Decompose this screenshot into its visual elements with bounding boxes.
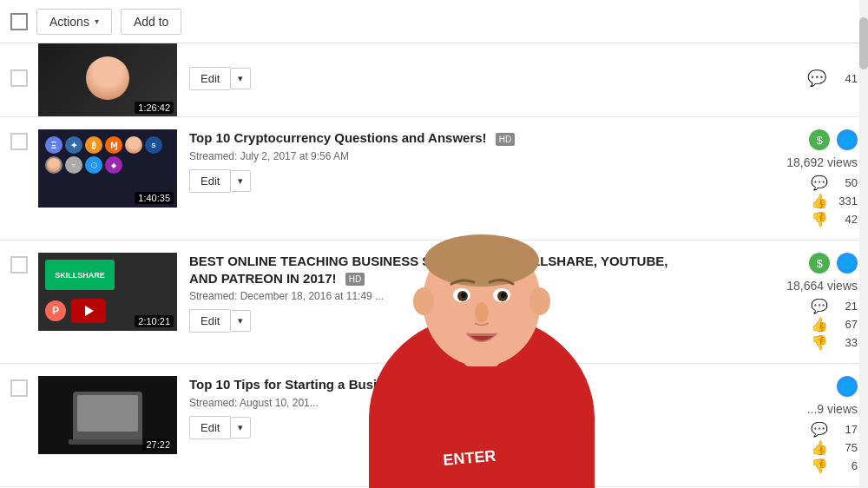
comment-icon: 💬 — [811, 421, 828, 438]
edit-dropdown-button[interactable]: ▾ — [230, 170, 251, 192]
extra2-icon: ◆ — [105, 156, 122, 174]
engagement-row: 💬 17 — [684, 421, 858, 438]
views-count: ...9 views — [807, 402, 858, 416]
scrollbar-thumb[interactable] — [859, 17, 868, 69]
video-info: Edit ▾ — [189, 67, 684, 90]
edit-button[interactable]: Edit — [189, 169, 230, 193]
dislike-count: 33 — [833, 336, 858, 349]
video-stats: 💬 41 — [684, 69, 858, 88]
views-count: 18,664 views — [786, 279, 858, 293]
table-row: 1:26:42 Edit ▾ 💬 41 — [0, 43, 868, 117]
table-row: SKILLSHARE P 2:10:21 BEST ONLINE TEACHIN… — [0, 241, 868, 364]
likes-row: 👍 67 — [684, 316, 858, 333]
edit-button[interactable]: Edit — [189, 67, 230, 90]
like-count: 75 — [833, 441, 858, 454]
crypto-thumbnail: Ξ ✦ ₿ Ɱ S ≈ ⬡ ◆ — [38, 129, 177, 181]
duration-badge: 1:40:35 — [135, 192, 174, 204]
edit-dropdown-button[interactable]: ▾ — [230, 417, 251, 439]
steem-icon: S — [145, 136, 162, 154]
row-checkbox[interactable] — [10, 69, 28, 87]
edit-dropdown-button[interactable]: ▾ — [230, 68, 251, 89]
edit-button[interactable]: Edit — [189, 416, 230, 439]
like-count: 331 — [833, 195, 858, 208]
monetization-icon: $ — [809, 253, 830, 274]
video-thumbnail[interactable]: SKILLSHARE P 2:10:21 — [38, 253, 177, 331]
thumb-down-icon: 👎 — [811, 458, 828, 474]
video-stats: 🌐 ...9 views 💬 17 👍 75 👎 6 — [684, 376, 858, 474]
video-date: Streamed: August 10, 201... — [189, 397, 684, 409]
comment-count: 50 — [833, 176, 858, 189]
video-thumbnail[interactable]: 1:26:42 — [38, 43, 177, 117]
video-stats: $ 🌐 18,692 views 💬 50 👍 331 👎 42 — [684, 129, 858, 228]
laptop-shape — [73, 392, 142, 439]
dislikes-row: 👎 42 — [684, 211, 858, 228]
patreon-logo: P — [45, 300, 66, 321]
edit-button-group: Edit ▾ — [189, 169, 684, 193]
chevron-down-icon: ▾ — [95, 16, 99, 26]
extra-icon: ⬡ — [85, 156, 102, 174]
comment-count: 17 — [833, 423, 858, 436]
like-count: 67 — [833, 318, 858, 331]
xmr-icon: Ɱ — [105, 136, 122, 154]
comment-icon: 💬 — [811, 298, 828, 314]
laptop-screen — [77, 395, 138, 432]
engagement-row: 💬 21 — [684, 298, 858, 314]
table-row: 27:22 Top 10 Tips for Starting a Busines… — [0, 364, 868, 487]
actions-label: Actions — [49, 15, 89, 29]
video-list: 1:26:42 Edit ▾ 💬 41 Ξ ✦ ₿ Ɱ S — [0, 43, 868, 487]
comment-count: 41 — [833, 72, 858, 85]
face-icon — [125, 136, 142, 154]
scrollbar-track[interactable] — [859, 0, 868, 488]
video-date: Streamed: December 18, 2016 at 11:49 ... — [189, 290, 684, 302]
row-checkbox[interactable] — [10, 379, 28, 397]
row-checkbox[interactable] — [10, 133, 28, 150]
comment-icon: 💬 — [807, 69, 826, 88]
dislike-count: 6 — [833, 459, 858, 472]
public-icon: 🌐 — [837, 129, 858, 150]
row-checkbox[interactable] — [10, 256, 28, 274]
comment-icon: 💬 — [811, 175, 828, 191]
hd-badge: HD — [466, 379, 485, 392]
hd-badge: HD — [496, 133, 515, 146]
table-row: Ξ ✦ ₿ Ɱ S ≈ ⬡ ◆ 1:40:35 Top 10 Cryptocur… — [0, 117, 868, 241]
video-date: Streamed: July 2, 2017 at 9:56 AM — [189, 150, 684, 162]
add-to-button[interactable]: Add to — [121, 9, 181, 35]
thumb-down-icon: 👎 — [811, 334, 828, 351]
video-thumbnail[interactable]: Ξ ✦ ₿ Ɱ S ≈ ⬡ ◆ 1:40:35 — [38, 129, 177, 208]
thumb-up-icon: 👍 — [811, 316, 828, 333]
duration-badge: 1:26:42 — [135, 102, 174, 114]
video-thumbnail[interactable]: 27:22 — [38, 376, 177, 454]
edit-button-group: Edit ▾ — [189, 416, 684, 439]
thumb-up-icon: 👍 — [811, 439, 828, 456]
video-title: BEST ONLINE TEACHING BUSINESS SYSTEM FOR… — [189, 253, 684, 287]
play-triangle — [85, 306, 94, 316]
stats-icons-row: $ 🌐 — [809, 253, 858, 274]
actions-button[interactable]: Actions ▾ — [36, 9, 112, 35]
dislikes-row: 👎 6 — [684, 458, 858, 474]
skillshare-logo: SKILLSHARE — [45, 260, 115, 290]
monetization-icon: $ — [809, 129, 830, 150]
video-title: Top 10 Tips for Starting a Business from… — [189, 376, 684, 393]
sbd-icon: ≈ — [65, 156, 82, 174]
video-title: Top 10 Cryptocurrency Questions and Answ… — [189, 129, 684, 147]
video-info: BEST ONLINE TEACHING BUSINESS SYSTEM FOR… — [189, 253, 684, 333]
top-bar: Actions ▾ Add to — [0, 0, 868, 43]
edit-button-group: Edit ▾ — [189, 309, 684, 333]
duration-badge: 27:22 — [142, 439, 174, 451]
select-all-checkbox[interactable] — [10, 13, 28, 30]
edit-button-group: Edit ▾ — [189, 67, 684, 90]
video-info: Top 10 Cryptocurrency Questions and Answ… — [189, 129, 684, 193]
laptop-base — [69, 439, 147, 445]
thumb-up-icon: 👍 — [811, 193, 828, 209]
thumb-down-icon: 👎 — [811, 211, 828, 228]
edit-dropdown-button[interactable]: ▾ — [230, 310, 251, 332]
public-icon: 🌐 — [837, 376, 858, 397]
edit-button[interactable]: Edit — [189, 309, 230, 333]
likes-row: 👍 75 — [684, 439, 858, 456]
video-info: Top 10 Tips for Starting a Business from… — [189, 376, 684, 439]
stats-icons-row: $ 🌐 — [809, 129, 858, 150]
comment-count: 21 — [833, 300, 858, 313]
dislike-count: 42 — [833, 213, 858, 226]
hd-badge: HD — [345, 273, 365, 286]
add-to-label: Add to — [134, 15, 168, 29]
